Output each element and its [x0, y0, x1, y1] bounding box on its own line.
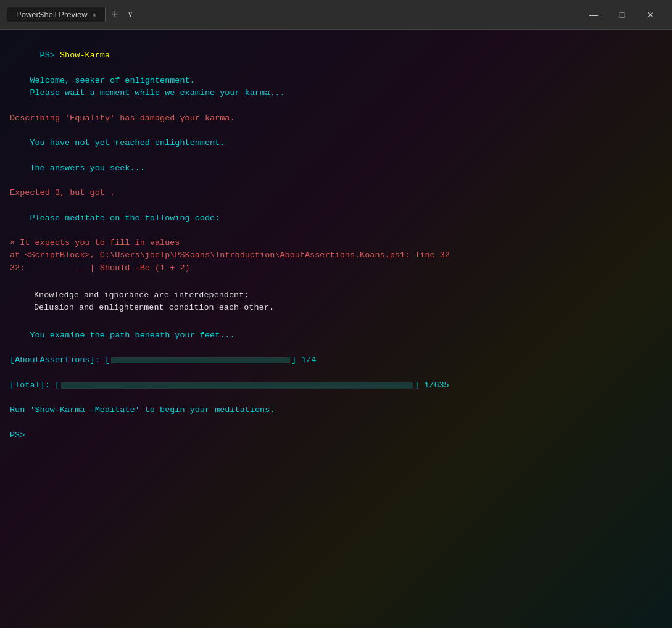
terminal-blank-7: [10, 275, 662, 287]
progress-1-close: ] 1/4: [291, 354, 317, 366]
terminal-content[interactable]: PS> Show-Karma Welcome, seeker of enligh…: [0, 30, 672, 628]
command-1: Show-Karma: [60, 51, 110, 60]
powershell-window: PowerShell Preview × + ∨ — □ ✕ PS> Show-…: [0, 0, 672, 628]
tab-powershell[interactable]: PowerShell Preview ×: [7, 7, 106, 22]
terminal-blank-10: [10, 367, 662, 379]
terminal-error-1: Describing 'Equality' has damaged your k…: [10, 112, 662, 125]
terminal-error-2: Expected 3, but got .: [10, 187, 662, 199]
terminal-blank-6: [10, 225, 662, 237]
terminal-line-2: Please wait a moment while we examine yo…: [10, 87, 662, 99]
tab-close-icon[interactable]: ×: [93, 11, 96, 19]
terminal-error-3: × It expects you to fill in values: [10, 237, 662, 249]
terminal-line-5: You have not yet reached enlightenment.: [10, 137, 662, 149]
tab-area: PowerShell Preview × + ∨: [7, 7, 136, 22]
minimize-button[interactable]: —: [579, 0, 608, 30]
terminal-blank-8: [10, 317, 662, 329]
terminal-line-7: The answers you seek...: [10, 162, 662, 175]
progress-bar-1-line: [AboutAssertions]: [ ] 1/4: [10, 354, 662, 366]
prompt-text-1: PS>: [40, 51, 60, 60]
close-button[interactable]: ✕: [636, 0, 665, 30]
quote-line-2: Delusion and enlightenment condition eac…: [34, 302, 274, 314]
terminal-blank-2: [10, 125, 662, 137]
new-tab-button[interactable]: +: [106, 8, 125, 21]
maximize-button[interactable]: □: [608, 0, 636, 30]
progress-2-label: [Total]: [: [10, 379, 60, 392]
progress-2-close: ] 1/635: [414, 379, 449, 392]
terminal-line-10: Please meditate on the following code:: [10, 212, 662, 225]
terminal-prompt-1: PS> Show-Karma: [10, 37, 662, 75]
terminal-error-4: at <ScriptBlock>, C:\Users\joelp\PSKoans…: [10, 249, 662, 262]
terminal-blank-11: [10, 392, 662, 404]
terminal-prompt-2: PS>: [10, 429, 662, 442]
progress-bar-2-line: [Total]: [ ] 1/635: [10, 379, 662, 392]
terminal-blank-12: [10, 417, 662, 429]
tab-label: PowerShell Preview: [16, 10, 88, 19]
titlebar: PowerShell Preview × + ∨ — □ ✕: [0, 0, 672, 30]
terminal-blank-9: [10, 342, 662, 354]
quote-line-1: Knowledge and ignorance are interdepende…: [34, 289, 274, 302]
terminal-line-14: You examine the path beneath your feet..…: [10, 329, 662, 342]
terminal-line-1: Welcome, seeker of enlightenment.: [10, 75, 662, 87]
window-controls: — □ ✕: [579, 0, 665, 30]
terminal-blank-3: [10, 149, 662, 162]
chevron-down-icon[interactable]: ∨: [125, 10, 136, 19]
terminal-run-msg: Run 'Show-Karma -Meditate' to begin your…: [10, 404, 662, 416]
terminal-blank-1: [10, 99, 662, 112]
quote-text: Knowledge and ignorance are interdepende…: [34, 289, 274, 315]
terminal-blank-5: [10, 199, 662, 212]
progress-bar-2: [61, 382, 413, 389]
progress-1-label: [AboutAssertions]: [: [10, 354, 110, 366]
terminal-blank-4: [10, 175, 662, 187]
progress-bar-1: [111, 357, 290, 363]
terminal-error-5: 32: __ | Should -Be (1 + 2): [10, 262, 662, 275]
quote-block: Knowledge and ignorance are interdepende…: [28, 289, 662, 315]
